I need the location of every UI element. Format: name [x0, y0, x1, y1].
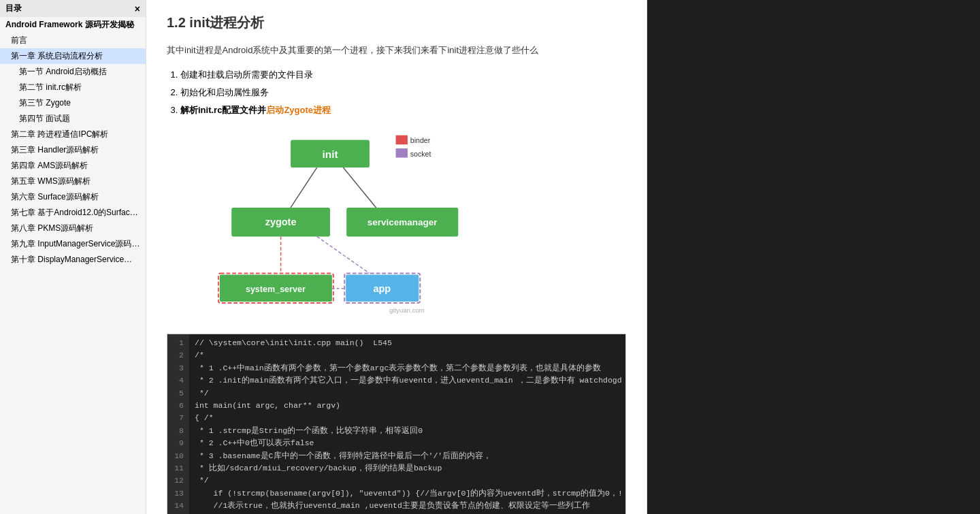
svg-line-7: [343, 167, 376, 208]
left-code-line-6: int main(int argc, char** argv): [195, 400, 626, 412]
left-line-num-13: 13: [173, 487, 184, 500]
sidebar-close-button[interactable]: ×: [135, 3, 140, 14]
code-body: 1234567891011121314 // \system\core\init…: [167, 334, 625, 514]
article-list: 创建和挂载启动所需要的文件目录 初始化和启动属性服务 解析init.rc配置文件…: [180, 66, 626, 119]
sidebar-item-root[interactable]: Android Framework 源码开发揭秘: [0, 17, 146, 33]
left-code-line-9: * 2 .C++中0也可以表示false: [195, 437, 626, 449]
sidebar-header: 目录 ×: [0, 0, 146, 17]
left-code-line-13: if (!strcmp(basename(argv[0]), "ueventd"…: [195, 487, 626, 500]
svg-rect-0: [396, 135, 408, 145]
svg-line-13: [317, 237, 370, 274]
svg-text:app: app: [373, 283, 391, 294]
svg-text:init: init: [322, 148, 338, 160]
left-code-line-1: // \system\core\init\init.cpp main() L54…: [195, 337, 626, 349]
svg-text:gityuan.com: gityuan.com: [389, 307, 425, 315]
left-line-num-9: 9: [173, 437, 184, 449]
left-code-line-8: * 1 .strcmp是String的一个函数，比较字符串，相等返回0: [195, 425, 626, 437]
sidebar-item-ch1[interactable]: 第一章 系统启动流程分析: [0, 48, 146, 64]
left-code-line-2: /*: [195, 349, 626, 362]
left-code-line-4: * 2 .init的main函数有两个其它入口，一是参数中有ueventd，进入…: [195, 374, 626, 387]
sidebar-item-ch10[interactable]: 第十章 DisplayManagerService源码解析: [0, 252, 146, 268]
left-code-line-11: * 比如/sdcard/miui_recovery/backup，得到的结果是b…: [195, 462, 626, 475]
sidebar-item-ch5[interactable]: 第五章 WMS源码解析: [0, 174, 146, 189]
sidebar-item-ch7[interactable]: 第七章 基于Android12.0的SurfaceFlinger源: [0, 205, 146, 221]
sidebar-item-ch4[interactable]: 第四章 AMS源码解析: [0, 158, 146, 174]
article-area: 1.2 init进程分析 其中init进程是Android系统中及其重要的第一个…: [146, 0, 647, 514]
svg-text:binder: binder: [410, 136, 431, 144]
left-line-num-11: 11: [173, 462, 184, 475]
sidebar-item-ch3[interactable]: 第三章 Handler源码解析: [0, 142, 146, 158]
left-code-line-10: * 3 .basename是C库中的一个函数，得到特定路径中最后一个'/'后面的…: [195, 450, 626, 462]
list-item-3: 解析init.rc配置文件并启动Zygote进程: [180, 101, 626, 119]
left-line-num-5: 5: [173, 387, 184, 400]
diagram-container: binder socket init zygote servicemanager: [167, 130, 493, 323]
article-intro: 其中init进程是Android系统中及其重要的第一个进程，接下来我们来看下in…: [167, 43, 626, 58]
left-line-num-8: 8: [173, 425, 184, 437]
right-code-panel: [647, 0, 980, 514]
svg-text:system_server: system_server: [246, 285, 306, 294]
sidebar-item-ch1-1[interactable]: 第一节 Android启动概括: [0, 64, 146, 80]
svg-text:servicemanager: servicemanager: [368, 217, 438, 227]
sidebar-item-ch1-4[interactable]: 第四节 面试题: [0, 111, 146, 127]
left-line-num-6: 6: [173, 400, 184, 412]
sidebar-item-ch8[interactable]: 第八章 PKMS源码解析: [0, 221, 146, 236]
left-line-num-7: 7: [173, 412, 184, 424]
list-item-1: 创建和挂载启动所需要的文件目录: [180, 66, 626, 84]
sidebar-item-ch6[interactable]: 第六章 Surface源码解析: [0, 189, 146, 205]
article-title: 1.2 init进程分析: [167, 14, 626, 32]
list-item-2: 初始化和启动属性服务: [180, 84, 626, 101]
svg-text:socket: socket: [410, 150, 431, 158]
left-line-num-1: 1: [173, 337, 184, 349]
sidebar-nav: Android Framework 源码开发揭秘前言第一章 系统启动流程分析第一…: [0, 17, 146, 268]
sidebar-item-ch1-3[interactable]: 第三节 Zygote: [0, 95, 146, 111]
svg-line-6: [291, 167, 317, 208]
main-content: 1.2 init进程分析 其中init进程是Android系统中及其重要的第一个…: [146, 0, 980, 514]
left-line-num-3: 3: [173, 362, 184, 374]
line-numbers: 1234567891011121314: [167, 334, 189, 514]
sidebar: 目录 × Android Framework 源码开发揭秘前言第一章 系统启动流…: [0, 0, 146, 514]
architecture-diagram: binder socket init zygote servicemanager: [167, 130, 493, 321]
code-content: // \system\core\init\init.cpp main() L54…: [189, 334, 626, 514]
code-block-main: 1234567891011121314 // \system\core\init…: [167, 334, 626, 514]
left-code-line-7: { /*: [195, 412, 626, 424]
svg-text:zygote: zygote: [265, 216, 297, 227]
left-line-num-4: 4: [173, 374, 184, 387]
left-code-line-5: */: [195, 387, 626, 400]
left-line-num-12: 12: [173, 475, 184, 487]
sidebar-item-ch1-2[interactable]: 第二节 init.rc解析: [0, 80, 146, 95]
sidebar-item-ch9[interactable]: 第九章 InputManagerService源码解析: [0, 236, 146, 252]
left-code-line-12: */: [195, 475, 626, 487]
sidebar-item-ch2[interactable]: 第二章 跨进程通信IPC解析: [0, 127, 146, 142]
left-line-num-10: 10: [173, 450, 184, 462]
left-line-num-14: 14: [173, 500, 184, 512]
svg-rect-2: [396, 148, 408, 158]
left-code-line-14: //1表示true，也就执行ueventd_main ,ueventd主要是负责…: [195, 500, 626, 512]
sidebar-item-preface[interactable]: 前言: [0, 33, 146, 48]
left-line-num-2: 2: [173, 349, 184, 362]
left-code-line-3: * 1 .C++中main函数有两个参数，第一个参数argc表示参数个数，第二个…: [195, 362, 626, 374]
sidebar-title-text: 目录: [5, 3, 22, 14]
